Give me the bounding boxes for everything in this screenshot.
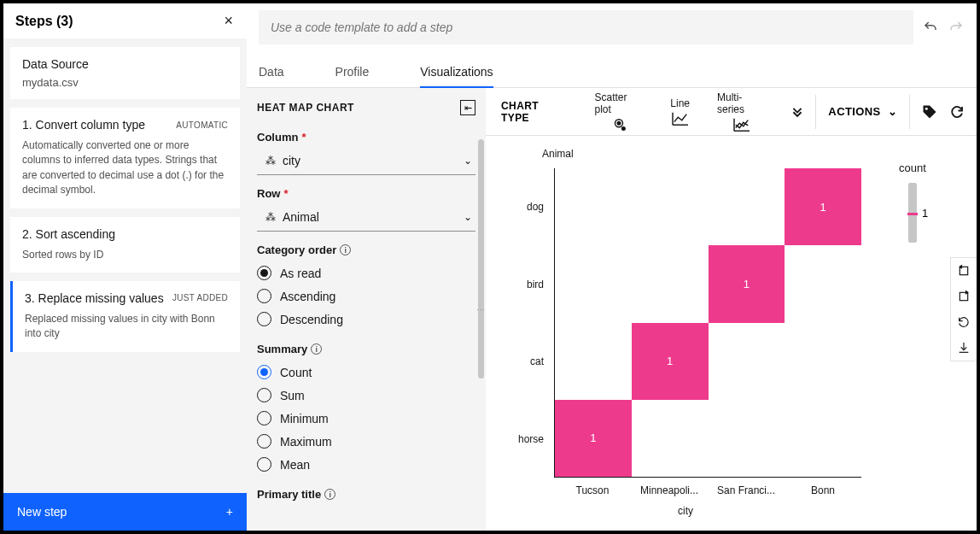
tab-visualizations[interactable]: Visualizations xyxy=(420,56,493,87)
tab-data[interactable]: Data xyxy=(259,56,284,87)
radio-ascending[interactable]: Ascending xyxy=(257,285,475,308)
chevron-down-icon: ⌄ xyxy=(464,155,472,167)
tag-icon[interactable] xyxy=(922,104,937,120)
svg-point-3 xyxy=(925,107,928,109)
chart-type-more[interactable] xyxy=(779,106,815,118)
scatter-icon xyxy=(610,117,628,132)
step-item[interactable]: 3. Replace missing values JUST ADDED Rep… xyxy=(10,281,240,352)
heatmap-cell[interactable] xyxy=(555,168,632,245)
chart-config-panel: HEAT MAP CHART ⇤ Column* ⁂city ⌄ Row* ⁂A… xyxy=(247,88,486,531)
x-tick: Bonn xyxy=(785,484,861,496)
refresh-icon[interactable] xyxy=(949,104,965,120)
column-select[interactable]: ⁂city ⌄ xyxy=(257,147,475,175)
radio-minimum[interactable]: Minimum xyxy=(257,407,475,430)
multiseries-icon xyxy=(732,117,751,132)
config-title: HEAT MAP CHART xyxy=(257,102,354,114)
radio-as-read[interactable]: As read xyxy=(257,261,475,285)
data-source-card[interactable]: Data Source mydata.csv xyxy=(10,47,240,99)
tab-profile[interactable]: Profile xyxy=(335,56,370,87)
new-step-button[interactable]: New step + xyxy=(3,493,247,531)
redo-icon[interactable] xyxy=(948,19,965,36)
radio-sum[interactable]: Sum xyxy=(257,384,475,407)
code-template-input[interactable] xyxy=(259,10,913,44)
chart-type-multiseries[interactable]: Multi-series xyxy=(703,91,779,132)
actions-dropdown[interactable]: ACTIONS ⌄ xyxy=(816,105,909,118)
step-item[interactable]: 1. Convert column type AUTOMATIC Automat… xyxy=(10,108,240,208)
chart-type-line[interactable]: Line xyxy=(656,97,703,126)
heatmap-cell[interactable] xyxy=(555,323,632,400)
cluster-icon: ⁂ xyxy=(265,155,276,167)
y-tick: bird xyxy=(506,246,551,324)
info-icon[interactable]: i xyxy=(311,343,322,355)
chart-type-scatter[interactable]: Scatter plot xyxy=(581,91,657,132)
heatmap-cell[interactable] xyxy=(709,168,785,245)
chevron-down-icon: ⌄ xyxy=(888,105,897,118)
resize-handle[interactable]: ⋮ xyxy=(475,305,486,314)
heatmap-cell[interactable] xyxy=(555,245,632,322)
x-tick: Minneapoli... xyxy=(631,484,708,496)
heatmap-cell[interactable]: 1 xyxy=(785,168,861,245)
heatmap-cell[interactable] xyxy=(709,400,785,477)
heatmap-cell[interactable]: 1 xyxy=(632,323,709,400)
heatmap-cell[interactable] xyxy=(632,245,709,322)
step-item[interactable]: 2. Sort ascending Sorted rows by ID xyxy=(10,217,240,273)
x-tick: Tucson xyxy=(554,484,631,496)
chart-type-label: CHART TYPE xyxy=(486,100,581,124)
row-select[interactable]: ⁂Animal ⌄ xyxy=(257,203,475,232)
x-axis-title: city xyxy=(678,505,693,517)
svg-point-2 xyxy=(622,126,626,130)
radio-count[interactable]: Count xyxy=(257,361,475,384)
heatmap-cell[interactable] xyxy=(709,323,785,400)
reset-icon[interactable] xyxy=(951,309,977,335)
radio-mean[interactable]: Mean xyxy=(257,453,475,476)
rotate-left-icon[interactable] xyxy=(951,258,977,284)
legend-scale[interactable]: 1 xyxy=(908,183,917,243)
radio-maximum[interactable]: Maximum xyxy=(257,430,475,453)
svg-point-1 xyxy=(617,121,621,125)
y-tick: horse xyxy=(506,401,551,478)
steps-panel: Steps (3) × Data Source mydata.csv 1. Co… xyxy=(3,3,247,531)
close-icon[interactable]: × xyxy=(224,12,233,30)
main-tabs: Data Profile Visualizations xyxy=(247,56,977,88)
chart-area: CHART TYPE Scatter plot Line xyxy=(486,88,977,531)
data-source-value: mydata.csv xyxy=(22,76,228,89)
y-tick: dog xyxy=(506,168,551,246)
chart-tools xyxy=(950,257,977,361)
x-tick: San Franci... xyxy=(708,484,785,496)
plus-icon: + xyxy=(226,505,233,519)
collapse-icon[interactable]: ⇤ xyxy=(460,100,475,115)
data-source-label: Data Source xyxy=(22,57,228,71)
undo-icon[interactable] xyxy=(922,19,939,36)
legend: count 1 xyxy=(899,161,926,513)
heatmap-cell[interactable] xyxy=(632,168,709,245)
y-axis-title: Animal xyxy=(542,148,574,160)
download-icon[interactable] xyxy=(951,335,977,361)
radio-descending[interactable]: Descending xyxy=(257,308,475,331)
steps-title: Steps (3) xyxy=(15,14,73,29)
info-icon[interactable]: i xyxy=(324,489,335,500)
cluster-icon: ⁂ xyxy=(265,211,276,223)
y-tick: cat xyxy=(506,323,551,401)
scrollbar[interactable] xyxy=(478,139,484,378)
heatmap-cell[interactable] xyxy=(785,400,861,477)
info-icon[interactable]: i xyxy=(340,244,351,255)
heatmap-chart: Animal dog bird cat horse 1111 Tucson xyxy=(506,153,865,512)
line-icon xyxy=(671,111,690,126)
heatmap-cell[interactable]: 1 xyxy=(555,400,632,477)
heatmap-cell[interactable] xyxy=(785,245,861,322)
heatmap-cell[interactable] xyxy=(785,323,861,400)
heatmap-cell[interactable] xyxy=(632,400,709,477)
chevron-down-icon: ⌄ xyxy=(464,211,472,223)
heatmap-cell[interactable]: 1 xyxy=(709,245,785,322)
rotate-right-icon[interactable] xyxy=(951,284,977,309)
